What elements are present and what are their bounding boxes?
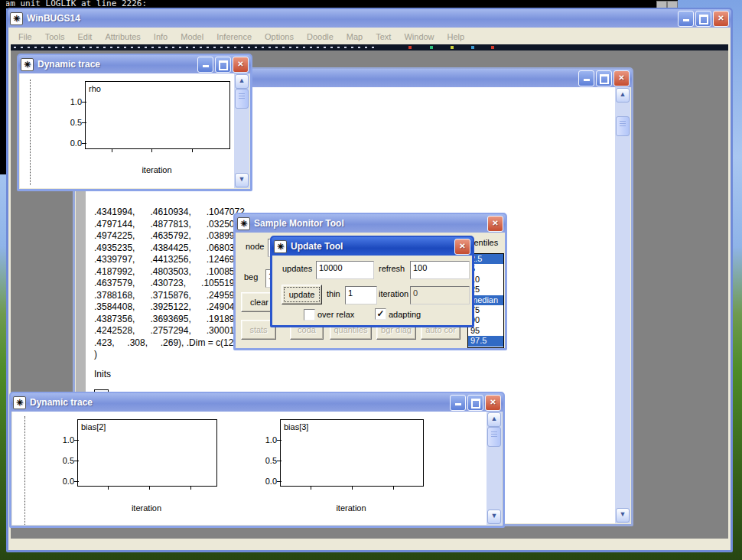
winbugs-icon: ✳	[21, 58, 34, 71]
document-scrollbar[interactable]: ▲ ▼	[615, 87, 630, 523]
refresh-input[interactable]: 100	[410, 261, 470, 279]
trace-top-title: Dynamic trace	[37, 59, 100, 70]
menu-edit[interactable]: Edit	[77, 32, 92, 41]
ytick: 0.0	[48, 477, 74, 486]
desktop: ram unit LOGLIK at line 2226: ✳ WinBUGS1…	[0, 0, 742, 560]
menu-text[interactable]: Text	[376, 32, 391, 41]
update-tool-body: updates 10000 refresh 100 update thin 1 …	[272, 256, 472, 325]
trace-bottom-close-button[interactable]: ✕	[485, 395, 501, 411]
trace-top-maximize-button[interactable]	[215, 57, 231, 73]
thin-label: thin	[327, 289, 340, 298]
ytick: 0.0	[56, 138, 82, 148]
scroll-down-icon[interactable]: ▼	[235, 173, 249, 187]
percentile-option[interactable]: 97.5	[468, 336, 503, 346]
menu-model[interactable]: Model	[181, 32, 203, 41]
console-window-edge	[0, 0, 6, 174]
ytick: 0.0	[251, 477, 277, 486]
inits-label: Inits	[94, 369, 111, 379]
data-values-text: .4341994, .4610934, .1047072, .4797144, …	[94, 207, 247, 361]
node-label: node	[246, 242, 264, 251]
menu-info[interactable]: Info	[154, 32, 168, 41]
thin-input[interactable]: 1	[345, 286, 377, 304]
trace-bottom-titlebar[interactable]: ✳ Dynamic trace ✕	[11, 393, 503, 412]
dynamic-trace-window-bias: ✳ Dynamic trace ✕ bias[2] 1.0 0.5 0.0 it…	[9, 392, 505, 528]
collapsed-window-strip	[11, 44, 728, 50]
trace-bottom-maximize-button[interactable]	[467, 395, 483, 411]
scrollbar-thumb[interactable]	[235, 89, 249, 109]
winbugs-icon: ✳	[13, 396, 26, 409]
sample-monitor-title: Sample Monitor Tool	[254, 218, 344, 229]
adapting-checkbox[interactable]: ✓	[375, 308, 386, 320]
ytick: 1.0	[48, 435, 74, 444]
scroll-up-icon[interactable]: ▲	[235, 74, 249, 89]
ytick: 0.5	[56, 118, 82, 127]
menu-help[interactable]: Help	[447, 32, 465, 41]
ytick: 0.5	[48, 456, 74, 465]
update-tool-close-button[interactable]: ✕	[454, 239, 470, 255]
doc-close-button[interactable]: ✕	[613, 70, 630, 86]
doc-minimize-button[interactable]	[578, 70, 594, 86]
rho-plot	[85, 81, 230, 149]
trace-bottom-canvas: bias[2] 1.0 0.5 0.0 iteration bias[3] 1.…	[12, 412, 502, 525]
ytick: 0.5	[251, 456, 277, 465]
iteration-readout: 0	[410, 286, 470, 304]
trace-top-scrollbar[interactable]: ▲ ▼	[234, 73, 249, 188]
menu-inference[interactable]: Inference	[216, 32, 252, 41]
trace-bottom-minimize-button[interactable]	[450, 395, 466, 411]
trace-bottom-title: Dynamic trace	[30, 397, 93, 408]
scroll-up-icon[interactable]: ▲	[616, 88, 630, 103]
over-relax-checkbox[interactable]	[304, 309, 315, 321]
menu-tools[interactable]: Tools	[45, 32, 65, 41]
over-relax-label: over relax	[317, 310, 354, 319]
scrollbar-thumb[interactable]	[616, 116, 630, 136]
menu-attributes[interactable]: Attributes	[105, 32, 140, 41]
menu-file[interactable]: File	[18, 32, 32, 41]
rho-plot-label: rho	[89, 84, 101, 93]
scroll-down-icon[interactable]: ▼	[487, 510, 501, 524]
menu-map[interactable]: Map	[347, 32, 363, 41]
menu-window[interactable]: Window	[404, 32, 434, 41]
menu-options[interactable]: Options	[265, 32, 294, 41]
update-tool-title: Update Tool	[291, 241, 343, 252]
winbugs-icon: ✳	[274, 240, 287, 253]
trace-top-minimize-button[interactable]	[197, 57, 213, 73]
bias2-xaxis-label: iteration	[77, 503, 216, 513]
bias3-plot-label: bias[3]	[284, 422, 308, 431]
menu-bar: File Tools Edit Attributes Info Model In…	[11, 29, 728, 44]
refresh-label: refresh	[379, 264, 405, 273]
ytick: 1.0	[56, 97, 82, 106]
scrollbar-thumb[interactable]	[487, 427, 501, 447]
trace-bottom-scrollbar[interactable]: ▲ ▼	[487, 412, 502, 525]
main-titlebar[interactable]: ✳ WinBUGS14 ✕	[8, 9, 731, 28]
fold-margin-line	[24, 416, 26, 525]
maximize-button[interactable]	[695, 11, 711, 27]
update-tool-titlebar[interactable]: ✳ Update Tool ✕	[272, 237, 473, 256]
minimize-button[interactable]	[678, 11, 694, 27]
beg-label: beg	[244, 272, 258, 282]
ytick: 1.0	[251, 435, 277, 444]
iteration-label: iteration	[379, 289, 408, 298]
update-tool-window: ✳ Update Tool ✕ updates 10000 refresh 10…	[270, 236, 474, 327]
bias3-xaxis-label: iteration	[280, 503, 422, 513]
updates-label: updates	[282, 264, 312, 273]
trace-top-close-button[interactable]: ✕	[233, 57, 249, 73]
dynamic-trace-window-rho: ✳ Dynamic trace ✕ rho 1.0 0.5 0.0 iterat…	[17, 54, 252, 191]
rho-xaxis-label: iteration	[85, 165, 229, 174]
main-window-title: WinBUGS14	[27, 13, 80, 24]
update-button[interactable]: update	[282, 285, 322, 304]
trace-top-titlebar[interactable]: ✳ Dynamic trace ✕	[18, 55, 251, 73]
fold-margin-line	[30, 80, 31, 185]
scroll-down-icon[interactable]: ▼	[616, 508, 630, 523]
menu-doodle[interactable]: Doodle	[307, 32, 334, 41]
bias2-plot-label: bias[2]	[81, 422, 106, 431]
updates-input[interactable]: 10000	[316, 261, 374, 279]
trace-top-canvas: rho 1.0 0.5 0.0 iteration ▲ ▼	[20, 73, 249, 188]
sample-monitor-close-button[interactable]: ✕	[487, 216, 503, 232]
winbugs-icon: ✳	[237, 217, 250, 230]
adapting-label: adapting	[389, 310, 421, 319]
close-button[interactable]: ✕	[713, 11, 729, 27]
doc-maximize-button[interactable]	[596, 70, 612, 86]
winbugs-icon: ✳	[10, 12, 23, 25]
scroll-up-icon[interactable]: ▲	[487, 412, 501, 427]
sample-monitor-titlebar[interactable]: ✳ Sample Monitor Tool ✕	[235, 214, 506, 233]
